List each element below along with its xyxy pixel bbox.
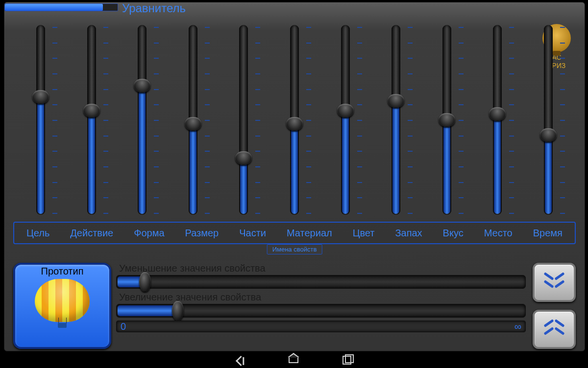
nav-back-icon[interactable] — [235, 355, 245, 366]
property-label[interactable]: Части — [239, 228, 266, 239]
eq-slider-5[interactable] — [272, 22, 317, 218]
value-range-row: 0 ∞ — [116, 321, 526, 332]
decrease-button[interactable] — [533, 263, 576, 302]
property-label[interactable]: Действие — [70, 228, 113, 239]
increase-button[interactable] — [533, 310, 576, 349]
eq-slider-thumb[interactable] — [83, 104, 100, 117]
eq-slider-thumb[interactable] — [439, 113, 455, 127]
increase-slider[interactable] — [116, 304, 526, 318]
eq-slider-thumb[interactable] — [286, 117, 303, 131]
value-adjust-panel: Уменьшение значения свойства Увеличение … — [116, 263, 526, 346]
property-label[interactable]: Размер — [185, 228, 219, 239]
chevron-up-icon — [546, 322, 563, 329]
range-min: 0 — [121, 321, 126, 332]
eq-slider-1[interactable] — [69, 22, 114, 218]
header-progress — [4, 3, 118, 11]
chevron-down-icon — [546, 283, 563, 290]
eq-slider-6[interactable] — [323, 22, 368, 218]
eq-slider-thumb[interactable] — [489, 107, 506, 121]
nav-home-icon[interactable] — [289, 357, 298, 363]
eq-slider-3[interactable] — [171, 22, 216, 218]
range-max: ∞ — [514, 321, 521, 332]
eq-slider-thumb[interactable] — [337, 104, 354, 117]
balloon-icon — [35, 279, 90, 328]
property-label[interactable]: Время — [533, 228, 563, 239]
property-label[interactable]: Вкус — [443, 228, 464, 239]
page-title: Уравнитель — [122, 1, 186, 15]
eq-slider-thumb[interactable] — [388, 94, 404, 108]
equalizer-panel — [13, 22, 576, 218]
labels-caption: Имена свойств — [267, 244, 322, 254]
app-screen: Уравнитель АС ТРИЗ ЦельДействиеФормаРазм… — [4, 2, 585, 351]
prototype-card[interactable]: Прототип — [13, 263, 111, 349]
property-label[interactable]: Материал — [287, 228, 332, 239]
property-label[interactable]: Запах — [395, 228, 422, 239]
android-navbar — [0, 352, 588, 368]
eq-slider-7[interactable] — [373, 22, 418, 218]
eq-slider-8[interactable] — [424, 22, 469, 218]
property-label[interactable]: Цвет — [353, 228, 375, 239]
nav-recent-icon[interactable] — [343, 356, 351, 365]
eq-slider-0[interactable] — [18, 22, 63, 218]
decrease-slider-thumb[interactable] — [139, 272, 151, 292]
property-labels-bar: ЦельДействиеФормаРазмерЧастиМатериалЦвет… — [13, 222, 576, 244]
prototype-caption: Прототип — [15, 265, 109, 277]
property-label[interactable]: Форма — [134, 228, 164, 239]
chevron-down-icon — [546, 275, 563, 282]
property-label[interactable]: Цель — [26, 228, 49, 239]
eq-slider-thumb[interactable] — [540, 128, 557, 142]
eq-slider-thumb[interactable] — [32, 90, 49, 104]
eq-slider-thumb[interactable] — [134, 79, 150, 92]
decrease-label: Уменьшение значения свойства — [119, 263, 526, 274]
decrease-slider[interactable] — [116, 275, 526, 289]
eq-slider-thumb[interactable] — [185, 117, 201, 131]
step-buttons — [533, 263, 576, 357]
header: Уравнитель — [4, 2, 585, 15]
eq-slider-2[interactable] — [120, 22, 165, 218]
chevron-up-icon — [546, 330, 563, 337]
property-label[interactable]: Место — [484, 228, 513, 239]
eq-slider-4[interactable] — [221, 22, 266, 218]
eq-slider-10[interactable] — [526, 22, 571, 218]
increase-slider-thumb[interactable] — [172, 301, 184, 321]
eq-slider-9[interactable] — [475, 22, 520, 218]
eq-slider-thumb[interactable] — [235, 151, 252, 165]
